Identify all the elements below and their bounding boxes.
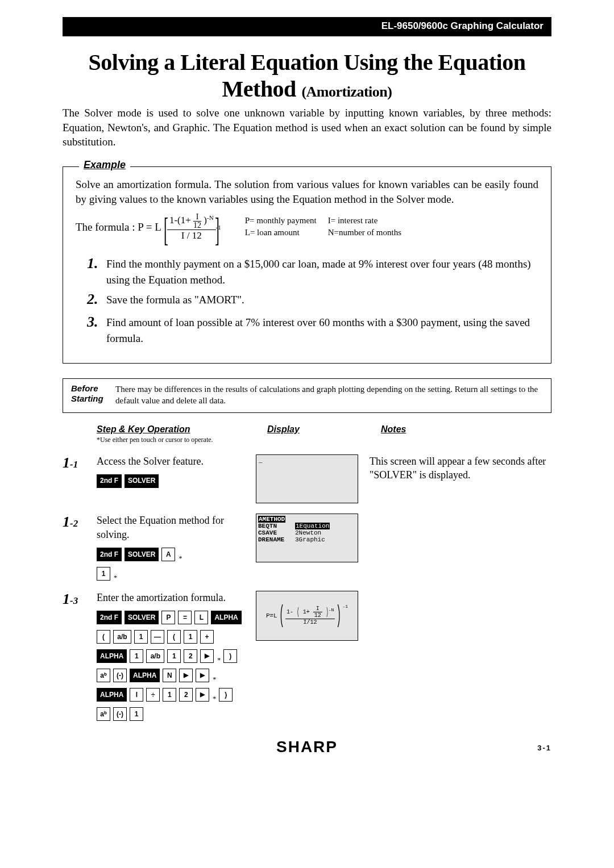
key-1: 1 — [184, 630, 197, 644]
step-1-3-keys-row2: ( a/b 1 — ( 1 + — [97, 630, 256, 644]
key-2ndf: 2nd F — [97, 548, 122, 561]
page-title: Solving a Literal Equation Using the Equ… — [63, 49, 551, 102]
step-1-3-keys-row5: ALPHA I ÷ 1 2 * ) — [97, 688, 256, 702]
before-starting-box: Before Starting There may be differences… — [63, 378, 551, 413]
lcd-3-pre: P=L — [266, 612, 277, 619]
before-text: There may be differences in the results … — [115, 383, 543, 407]
lcd-2-left-2: DRENAME — [258, 536, 285, 543]
step-1-3-keys-row4: aᵇ (-) ALPHA N * — [97, 669, 256, 682]
key-P: P — [161, 611, 175, 624]
key-2ndf: 2nd F — [97, 611, 122, 624]
lcd-3: P=L ( 1- ( 1+ I 12 )-N — [256, 591, 358, 641]
key-1: 1 — [167, 649, 181, 663]
key-L: L — [194, 611, 208, 624]
asterisk-icon: * — [212, 694, 216, 704]
lcd-3-den: I/12 — [285, 619, 335, 625]
bracket-right: ] — [215, 215, 219, 244]
step-1-2-op: Select the Equation method for solving. … — [97, 514, 256, 581]
f-exp: -N — [207, 214, 214, 221]
formula-fraction: 1-(1+ I 12 )-N I / 12 — [167, 213, 216, 241]
step-1-3: 1-3 Enter the amortization formula. 2nd … — [63, 591, 551, 721]
key-alpha: ALPHA — [130, 669, 160, 682]
f-den: I / 12 — [167, 230, 216, 241]
before-label: Before Starting — [71, 383, 115, 404]
lcd-3-mainfrac: 1- ( 1+ I 12 )-N I/12 — [285, 606, 335, 625]
page-number: 3-1 — [537, 744, 551, 752]
step-1-2-keys-b: 1* — [97, 567, 256, 581]
lcd-2-right: 1Equation 2Newton 3Graphic — [295, 523, 330, 543]
task-1-text: Find the monthly payment on a $15,000 ca… — [106, 253, 538, 287]
key-I: I — [130, 688, 143, 702]
col-display: Display — [267, 424, 381, 435]
legend-i: I= interest rate — [328, 216, 412, 227]
step-1-1-display: _ — [256, 454, 370, 503]
step-1-2-display: AMETHOD BEQTN CSAVE DRENAME 1Equation 2N… — [256, 514, 370, 562]
step-1-2-text: Select the Equation method for solving. — [97, 515, 224, 540]
example-box: Example Solve an amortization formula. T… — [63, 166, 551, 364]
key-lparen: ( — [97, 630, 110, 644]
key-lparen: ( — [167, 630, 181, 644]
key-2: 2 — [184, 649, 197, 663]
col-notes: Notes — [381, 424, 551, 435]
step-1-2-keys-a: 2nd F SOLVER A* — [97, 548, 256, 561]
key-pow: aᵇ — [97, 707, 110, 721]
task-3-num: 3. — [87, 311, 106, 346]
lcd-2: AMETHOD BEQTN CSAVE DRENAME 1Equation 2N… — [256, 514, 358, 562]
asterisk-icon: * — [217, 656, 221, 665]
key-alpha: ALPHA — [211, 611, 241, 624]
key-solver: SOLVER — [125, 474, 159, 488]
before-word-1: Before — [71, 383, 98, 393]
step-1-1-op: Access the Solver feature. 2nd F SOLVER — [97, 454, 256, 488]
key-rparen: ) — [223, 649, 237, 663]
key-1: 1 — [163, 688, 176, 702]
key-div: ÷ — [146, 688, 160, 702]
brand-footer: SHARP 3-1 — [63, 738, 551, 756]
paren-left-icon: ( — [279, 604, 284, 627]
key-neg: (-) — [113, 669, 127, 682]
lcd-1-cursor: _ — [259, 457, 263, 464]
asterisk-icon: * — [178, 554, 182, 564]
key-minus: — — [151, 630, 164, 644]
lcd-2-left: AMETHOD BEQTN CSAVE DRENAME — [258, 516, 285, 543]
key-solver: SOLVER — [125, 548, 159, 561]
inner-frac: I 12 — [193, 213, 201, 229]
key-ab: a/b — [146, 649, 164, 663]
col-step: Step & Key Operation — [97, 424, 267, 435]
lcd-3-innerpre: 1+ — [303, 610, 310, 616]
asterisk-icon: * — [113, 573, 117, 583]
step-1-1-keys: 2nd F SOLVER — [97, 474, 256, 488]
step-1-1: 1-1 Access the Solver feature. 2nd F SOL… — [63, 454, 551, 503]
lcd-1: _ — [256, 454, 358, 503]
key-1: 1 — [97, 567, 110, 581]
task-3: 3. Find amount of loan possible at 7% in… — [87, 311, 538, 346]
lcd-2-right-1: 2Newton — [295, 529, 330, 536]
lcd-3-innerexp: -N — [329, 607, 334, 612]
task-2-num: 2. — [87, 289, 106, 310]
key-ab: a/b — [113, 630, 131, 644]
key-eq: = — [178, 611, 192, 624]
key-alpha: ALPHA — [97, 688, 127, 702]
step-1-3-text: Enter the amortization formula. — [97, 592, 226, 603]
intro-text: The Solver mode is used to solve one unk… — [63, 106, 551, 149]
lcd-3-formula: P=L ( 1- ( 1+ I 12 )-N — [259, 594, 355, 638]
step-1-3-keys-row1: 2nd F SOLVER P = L ALPHA — [97, 611, 256, 624]
paren-right-icon: ) — [336, 604, 341, 627]
key-2ndf: 2nd F — [97, 474, 122, 488]
formula-legend: P= monthly payment I= interest rate L= l… — [244, 215, 413, 240]
step-1-3-keys-row6: aᵇ (-) 1 — [97, 707, 256, 721]
step-1-2: 1-2 Select the Equation method for solvi… — [63, 514, 551, 581]
task-1-num: 1. — [87, 253, 106, 287]
key-right-arrow-icon — [196, 669, 209, 682]
key-1: 1 — [130, 649, 143, 663]
lcd-2-right-0: 1Equation — [295, 523, 330, 529]
inner-den: 12 — [193, 222, 201, 229]
lcd-2-left-1: CSAVE — [258, 529, 285, 536]
key-alpha: ALPHA — [97, 649, 127, 663]
step-1-1-notes: This screen will appear a few seconds af… — [370, 454, 551, 482]
task-list: 1. Find the monthly payment on a $15,000… — [76, 253, 538, 346]
lcd-2-right-2: 3Graphic — [295, 536, 330, 543]
title-sub: (Amortization) — [301, 84, 392, 100]
inner-num: I — [193, 213, 201, 222]
step-1-3-keys-row3: ALPHA 1 a/b 1 2 * ) — [97, 649, 256, 663]
lcd-3-numpre: 1- — [287, 610, 293, 616]
